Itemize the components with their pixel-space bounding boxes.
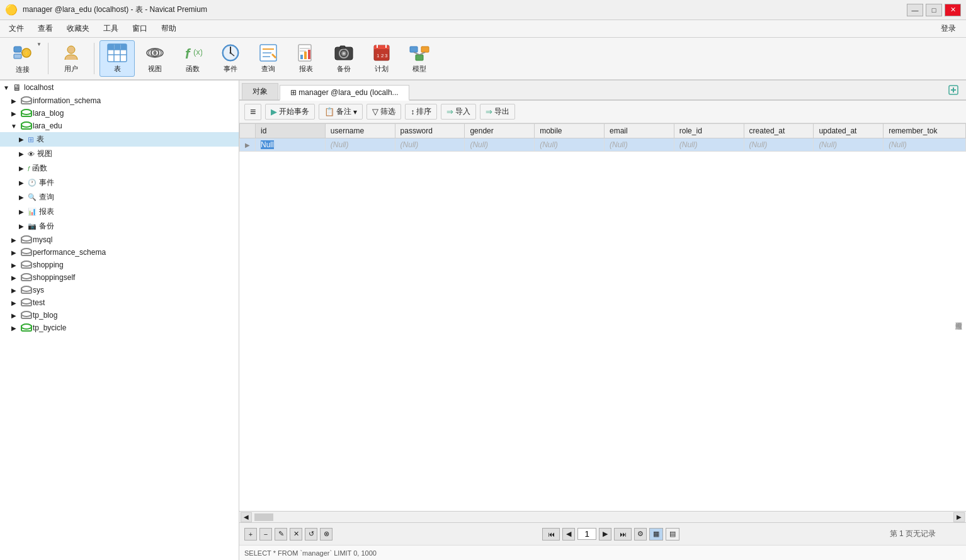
menu-favorites[interactable]: 收藏夹: [60, 21, 96, 36]
col-header-password[interactable]: password: [395, 124, 465, 138]
toolbar-func[interactable]: f (x) 函数: [175, 40, 210, 77]
sidebar-item-information-schema[interactable]: ▶ information_schema: [0, 94, 239, 107]
sidebar-item-shijian[interactable]: ▶ 🕐 事件: [0, 176, 239, 190]
filter-button[interactable]: ▽ 筛选: [367, 104, 401, 120]
cell-password[interactable]: (Null): [395, 138, 465, 152]
nav-next-button[interactable]: ▶: [599, 528, 611, 540]
tab-manager[interactable]: ⊞ manager @lara_edu (localh...: [280, 85, 409, 101]
menu-tools[interactable]: 工具: [97, 21, 125, 36]
sidebar-item-test[interactable]: ▶ test: [0, 296, 239, 309]
sidebar-item-biao[interactable]: ▶ ⊞ 表: [0, 132, 239, 147]
cell-email[interactable]: (Null): [604, 138, 674, 152]
toolbar-model[interactable]: 模型: [402, 40, 437, 77]
sidebar-item-localhost[interactable]: ▼ 🖥 localhost: [0, 81, 239, 94]
sidebar-item-tp-bycicle[interactable]: ▶ tp_bycicle: [0, 322, 239, 334]
toolbar-connect[interactable]: ⚡ 连接: [5, 40, 40, 77]
tab-add-button[interactable]: [943, 82, 963, 99]
tab-object[interactable]: 对象: [242, 83, 278, 99]
pagination-controls: ⏮ ◀ ▶ ⏭ ⚙ ▦ ▤: [542, 528, 679, 540]
settings-button[interactable]: ⚙: [634, 528, 647, 540]
cell-remember-tok[interactable]: (Null): [884, 138, 966, 152]
edit-record-button[interactable]: ✎: [275, 528, 287, 540]
menu-button[interactable]: ≡: [244, 104, 261, 120]
toolbar-table[interactable]: 表: [99, 40, 135, 77]
stop-button[interactable]: ⊗: [320, 528, 332, 540]
col-header-gender[interactable]: gender: [465, 124, 535, 138]
page-number-input[interactable]: [577, 528, 596, 540]
toolbar-sep-2: [94, 43, 94, 74]
menu-view[interactable]: 查看: [31, 21, 59, 36]
sidebar-item-beifen[interactable]: ▶ 📷 备份: [0, 219, 239, 233]
horizontal-scrollbar[interactable]: ◀ ▶: [239, 511, 966, 522]
user-icon: [61, 43, 81, 62]
sidebar-item-mysql[interactable]: ▶ mysql: [0, 233, 239, 246]
col-header-created-at[interactable]: created_at: [744, 124, 814, 138]
menu-help[interactable]: 帮助: [155, 21, 183, 36]
cell-id[interactable]: Null: [256, 138, 326, 152]
col-header-role-id[interactable]: role_id: [674, 124, 744, 138]
toolbar-report[interactable]: 报表: [288, 40, 324, 77]
cell-created-at[interactable]: (Null): [744, 138, 814, 152]
sidebar-item-lara-blog[interactable]: ▶ lara_blog: [0, 107, 239, 120]
maximize-button[interactable]: □: [926, 4, 942, 16]
folder-backup-icon: 📷: [28, 222, 37, 230]
toolbar-event[interactable]: 事件: [213, 40, 248, 77]
backup-note-button[interactable]: 📋 备注 ▾: [319, 104, 363, 120]
nav-prev-button[interactable]: ◀: [562, 528, 575, 540]
sidebar-item-tp-blog[interactable]: ▶ tp_blog: [0, 309, 239, 322]
begin-txn-button[interactable]: ▶ 开始事务: [265, 104, 315, 120]
scroll-left-button[interactable]: ◀: [241, 512, 252, 522]
nav-last-button[interactable]: ⏭: [614, 528, 632, 540]
scroll-thumb[interactable]: [254, 513, 273, 521]
scroll-right-button[interactable]: ▶: [953, 512, 965, 522]
toolbar-plan[interactable]: 1 2 3 计划: [364, 40, 399, 77]
arrow-shopping: ▶: [10, 262, 18, 269]
cancel-edit-button[interactable]: ✕: [290, 528, 302, 540]
sort-button[interactable]: ↕ 排序: [405, 104, 437, 120]
col-header-updated-at[interactable]: updated_at: [814, 124, 884, 138]
close-button[interactable]: ✕: [945, 4, 961, 16]
col-header-email[interactable]: email: [604, 124, 674, 138]
db-icon-tp-bycicle: [20, 323, 30, 332]
sidebar-item-shoppingself[interactable]: ▶ shoppingself: [0, 271, 239, 284]
toolbar-backup[interactable]: 备份: [326, 40, 361, 77]
col-header-remember-tok[interactable]: remember_tok: [884, 124, 966, 138]
menu-file[interactable]: 文件: [3, 21, 30, 36]
refresh-button[interactable]: ↺: [305, 528, 317, 540]
cell-role-id[interactable]: (Null): [674, 138, 744, 152]
form-view-button[interactable]: ▤: [666, 528, 679, 540]
cell-username[interactable]: (Null): [325, 138, 395, 152]
col-header-mobile[interactable]: mobile: [535, 124, 605, 138]
view-label: 视图: [148, 64, 162, 74]
cell-updated-at[interactable]: (Null): [814, 138, 884, 152]
add-record-button[interactable]: +: [244, 528, 257, 540]
menu-window[interactable]: 窗口: [126, 21, 154, 36]
col-header-username[interactable]: username: [325, 124, 395, 138]
table-row[interactable]: ▶ Null (Null) (Null) (Null) (Null) (Null…: [240, 138, 966, 152]
arrow-mysql: ▶: [10, 237, 18, 244]
sidebar-item-hanshu[interactable]: ▶ f 函数: [0, 161, 239, 176]
toolbar-query[interactable]: 查询: [251, 40, 286, 77]
nav-first-button[interactable]: ⏮: [542, 528, 560, 540]
import-button[interactable]: ⇒ 导入: [441, 104, 476, 120]
login-button[interactable]: 登录: [933, 21, 963, 36]
cell-gender[interactable]: (Null): [465, 138, 535, 152]
toolbar-user[interactable]: 用户: [54, 40, 89, 77]
grid-view-button[interactable]: ▦: [649, 528, 663, 540]
server-icon: 🖥: [13, 82, 21, 92]
arrow-test: ▶: [10, 300, 18, 306]
sidebar-item-lara-edu[interactable]: ▼ lara_edu: [0, 120, 239, 132]
col-header-id[interactable]: id: [256, 124, 326, 138]
sidebar-item-shopping[interactable]: ▶ shopping: [0, 259, 239, 271]
cell-mobile[interactable]: (Null): [535, 138, 605, 152]
func-label: 函数: [186, 64, 200, 74]
export-button[interactable]: ⇒ 导出: [480, 104, 515, 120]
sidebar-item-sys[interactable]: ▶ sys: [0, 284, 239, 296]
minimize-button[interactable]: —: [907, 4, 923, 16]
sidebar-item-chaxun[interactable]: ▶ 🔍 查询: [0, 190, 239, 204]
toolbar-view[interactable]: 视图: [137, 40, 173, 77]
sidebar-item-shitu[interactable]: ▶ 👁 视图: [0, 147, 239, 161]
sidebar-item-performance[interactable]: ▶ performance_schema: [0, 246, 239, 259]
delete-record-button[interactable]: −: [259, 528, 272, 540]
sidebar-item-baobiao[interactable]: ▶ 📊 报表: [0, 204, 239, 219]
